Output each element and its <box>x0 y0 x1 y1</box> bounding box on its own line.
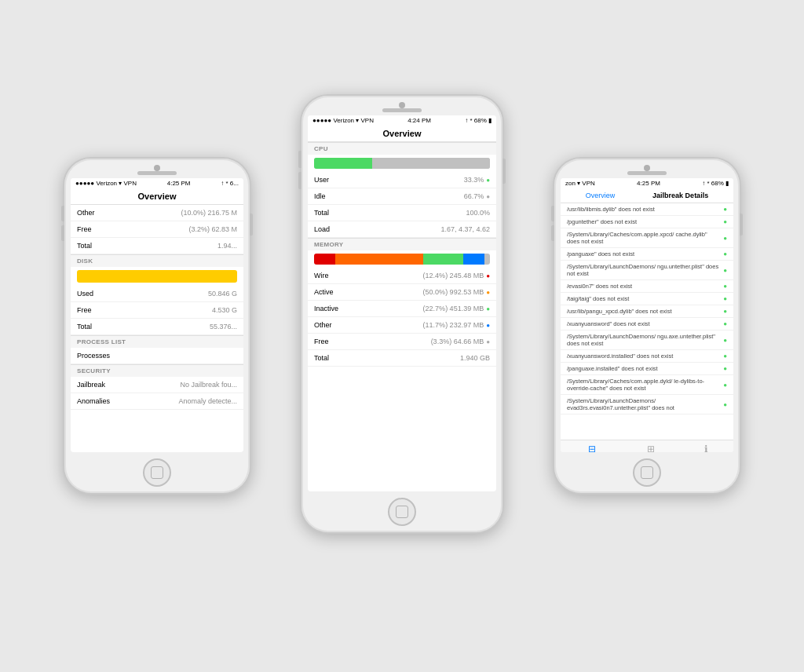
left-screen: ●●●●● Verizon ▾ VPN 4:25 PM ↑ * 6... Ove… <box>71 178 243 452</box>
dot-indicator: ● <box>723 308 727 315</box>
cpu-bar-idle <box>372 158 490 169</box>
content-area: Other (10.0%) 216.75 M Free (3.2%) 62.83… <box>71 205 243 452</box>
jb-row: /usr/lib/pangu_xpcd.dylib" does not exis… <box>561 305 733 318</box>
power-button <box>502 159 506 184</box>
top-bar <box>64 159 250 178</box>
status-carrier: zon ▾ VPN <box>565 180 595 187</box>
status-time: 4:25 PM <box>167 180 191 187</box>
home-button[interactable] <box>633 458 661 487</box>
tab-details[interactable]: ⊞ Details <box>643 444 660 452</box>
table-row: Free 4.530 G <box>71 302 243 319</box>
mem-active-seg <box>335 254 423 265</box>
table-row: Jailbreak No Jailbreak fou... <box>71 377 243 393</box>
details-icon: ⊞ <box>647 444 655 452</box>
jb-row: /System/Library/LaunchDaemons/ ngu.axe.u… <box>561 331 733 350</box>
left-phone: ●●●●● Verizon ▾ VPN 4:25 PM ↑ * 6... Ove… <box>63 157 251 495</box>
status-time: 4:24 PM <box>407 117 431 124</box>
status-carrier: ●●●●● Verizon ▾ VPN <box>75 180 137 187</box>
cpu-total-row: Total 100.0% <box>308 205 496 221</box>
mem-wire-row: Wire (12.4%) 245.48 MB ● <box>308 268 496 284</box>
nav-bar: Overview <box>308 126 496 142</box>
cpu-bar <box>314 158 490 169</box>
nav-tab-overview[interactable]: Overview <box>586 192 616 199</box>
table-row: Free (3.2%) 62.83 M <box>71 221 243 238</box>
volume-up-button <box>298 151 302 168</box>
home-button[interactable] <box>143 458 171 487</box>
dot-indicator: ● <box>723 320 727 327</box>
home-button[interactable] <box>388 498 416 526</box>
jb-row: /taig/taig" does not exist ● <box>561 293 733 305</box>
jb-row: /panguaxe.installed" does not exist ● <box>561 363 733 375</box>
camera-dot <box>644 165 650 171</box>
status-bar: ●●●●● Verizon ▾ VPN 4:24 PM ↑ * 68% ▮ <box>308 115 496 126</box>
power-button <box>250 214 253 236</box>
jb-row: /xuanyuansword.installed" does not exist… <box>561 350 733 363</box>
speaker <box>137 171 177 175</box>
table-row: Anomalies Anomaly detecte... <box>71 393 243 410</box>
jb-row: /System/Library/Caches/com.apple.dyld/ l… <box>561 375 733 395</box>
status-icons: ↑ * 68% ▮ <box>465 117 492 124</box>
dot-active: ● <box>486 289 490 296</box>
dot-indicator: ● <box>723 267 727 274</box>
table-row: Processes <box>71 348 243 364</box>
status-time: 4:25 PM <box>637 180 660 187</box>
cpu-bar-user <box>314 158 372 169</box>
dot-indicator: ● <box>723 352 727 360</box>
status-bar: ●●●●● Verizon ▾ VPN 4:25 PM ↑ * 6... <box>71 178 243 188</box>
jb-row: /pguntether" does not exist ● <box>561 216 733 228</box>
dot-indicator: ● <box>723 382 727 389</box>
cpu-load-row: Load 1.67, 4.37, 4.62 <box>308 221 496 238</box>
volume-down-button <box>61 225 64 241</box>
dot-wire: ● <box>486 272 490 279</box>
section-process: PROCESS LIST <box>71 335 243 348</box>
dot-indicator: ● <box>723 283 727 290</box>
camera-dot <box>399 102 405 108</box>
status-carrier: ●●●●● Verizon ▾ VPN <box>312 117 374 124</box>
mem-other-row: Other (11.7%) 232.97 MB ● <box>308 317 496 334</box>
table-row: Other (10.0%) 216.75 M <box>71 205 243 221</box>
speaker <box>627 171 667 175</box>
section-memory: MEMORY <box>308 238 496 250</box>
section-disk: DISK <box>71 254 243 267</box>
content-area: /usr/lib/libmis.dylib" does not exist ● … <box>561 203 733 440</box>
dot-inactive: ● <box>486 305 490 312</box>
tab-overview[interactable]: ⊟ Overview <box>580 444 603 452</box>
jb-row: /System/Library/Caches/com.apple.xpcd/ c… <box>561 228 733 248</box>
nav-title: Overview <box>383 129 422 138</box>
nav-bar-dual: Overview Jailbreak Details <box>561 188 733 203</box>
right-phone: zon ▾ VPN 4:25 PM ↑ * 68% ▮ Overview Jai… <box>553 157 741 495</box>
mem-free-row: Free (3.3%) 64.66 MB ● <box>308 334 496 350</box>
volume-down-button <box>551 225 554 241</box>
dot-other: ● <box>486 322 490 329</box>
jb-row: /xuanyuansword" does not exist ● <box>561 318 733 331</box>
center-screen: ●●●●● Verizon ▾ VPN 4:24 PM ↑ * 68% ▮ Ov… <box>308 115 496 491</box>
mem-total-row: Total 1.940 GB <box>308 350 496 367</box>
mem-inactive-row: Inactive (22.7%) 451.39 MB ● <box>308 301 496 317</box>
table-row: Used 50.846 G <box>71 286 243 302</box>
tab-about[interactable]: ℹ About <box>699 444 713 452</box>
volume-down-button <box>298 172 302 189</box>
top-bar <box>554 159 740 178</box>
dot-indicator: ● <box>723 337 727 344</box>
jb-row: /panguaxe" does not exist ● <box>561 248 733 261</box>
scene: ●●●●● Verizon ▾ VPN 4:25 PM ↑ * 6... Ove… <box>0 0 804 672</box>
camera-dot <box>154 165 160 171</box>
status-bar: zon ▾ VPN 4:25 PM ↑ * 68% ▮ <box>561 178 733 188</box>
tab-bar: ⊟ Overview ⊞ Details ℹ About <box>561 440 733 452</box>
dot-indicator: ● <box>723 365 727 372</box>
dot-indicator: ● <box>723 206 727 213</box>
center-phone: ●●●●● Verizon ▾ VPN 4:24 PM ↑ * 68% ▮ Ov… <box>300 94 504 534</box>
jb-row: /System/Library/LaunchDaemons/ evad3rs.e… <box>561 395 733 415</box>
nav-tab-jailbreak[interactable]: Jailbreak Details <box>652 192 708 199</box>
dot-idle: ● <box>486 193 490 200</box>
dot-indicator: ● <box>723 218 727 225</box>
mem-wire-seg <box>314 254 335 265</box>
section-cpu: CPU <box>308 142 496 155</box>
section-security: SECURITY <box>71 364 243 377</box>
table-row: Total 1.94... <box>71 238 243 254</box>
disk-bar <box>77 270 237 283</box>
top-bar <box>302 96 502 115</box>
memory-bar <box>314 254 490 265</box>
dot-user: ● <box>486 177 490 184</box>
nav-title: Overview <box>138 192 177 201</box>
